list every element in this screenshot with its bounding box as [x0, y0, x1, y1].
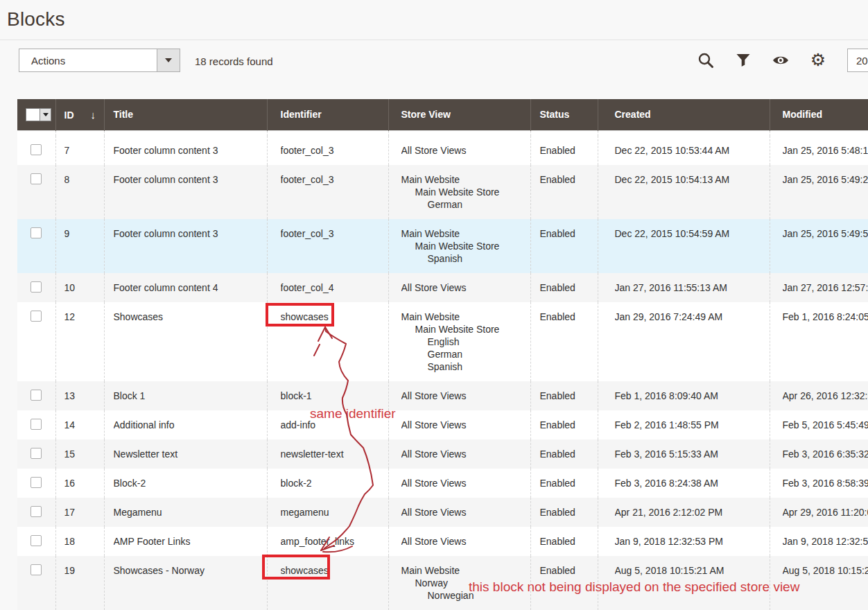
- cell-id: 13: [55, 381, 104, 410]
- cell-title: Block 1: [104, 381, 267, 410]
- identifier-value: block-2: [281, 477, 388, 489]
- table-row[interactable]: 7Footer column content 3footer_col_3All …: [17, 136, 868, 165]
- row-checkbox[interactable]: [31, 227, 42, 238]
- title-value: Showcases: [114, 311, 267, 323]
- table-row[interactable]: 17MegamenumegamenuAll Store ViewsEnabled…: [17, 498, 868, 527]
- cell-select: [17, 556, 55, 610]
- cell-identifier: footer_col_3: [267, 165, 388, 219]
- column-header-label: Created: [615, 109, 651, 120]
- cell-store-view: Main WebsiteMain Website StoreGerman: [388, 165, 530, 219]
- cell-identifier: footer_col_3: [267, 136, 388, 165]
- cell-status: Enabled: [530, 527, 598, 556]
- id-value: 17: [64, 506, 104, 518]
- modified-value: Apr 26, 2016 12:32:57 PM: [783, 390, 868, 402]
- title-value: Megamenu: [114, 506, 267, 518]
- store-view-line: All Store Views: [401, 506, 530, 518]
- row-checkbox[interactable]: [31, 281, 42, 293]
- cell-modified: Feb 1, 2016 8:24:05 AM: [770, 302, 868, 381]
- filter-icon[interactable]: [735, 51, 752, 69]
- eye-icon[interactable]: [772, 51, 789, 69]
- modified-value: Feb 3, 2016 6:35:32 AM: [783, 448, 868, 460]
- row-checkbox[interactable]: [31, 477, 42, 488]
- column-header-label: ID: [64, 110, 74, 121]
- cell-modified: Apr 29, 2016 11:20:02 PM: [770, 498, 868, 527]
- modified-value: Feb 3, 2016 8:58:39 AM: [783, 477, 868, 489]
- modified-value: Feb 1, 2016 8:24:05 AM: [783, 311, 868, 323]
- table-row[interactable]: 15Newsletter textnewsletter-textAll Stor…: [17, 439, 868, 469]
- created-value: Feb 2, 2016 1:48:55 PM: [615, 419, 770, 431]
- status-value: Enabled: [540, 448, 598, 460]
- modified-value: Jan 25, 2016 5:49:20 AM: [783, 173, 868, 186]
- cell-title: Footer column content 3: [104, 219, 267, 273]
- cell-modified: Jan 25, 2016 5:49:20 AM: [770, 165, 868, 219]
- cell-title: Footer column content 3: [104, 165, 267, 219]
- table-row[interactable]: 18AMP Footer Linksamp_footer_linksAll St…: [17, 527, 868, 556]
- per-page-input[interactable]: 20: [847, 49, 868, 72]
- store-view-line: Main Website: [401, 227, 530, 240]
- status-value: Enabled: [540, 173, 598, 186]
- column-header-created[interactable]: Created: [598, 99, 770, 130]
- column-header-id[interactable]: ID↓: [55, 99, 104, 130]
- modified-value: Aug 5, 2018 10:15:21 AM: [783, 564, 868, 577]
- row-checkbox[interactable]: [31, 419, 42, 430]
- title-value: Showcases - Norway: [114, 564, 267, 577]
- table-row[interactable]: 12ShowcasesshowcasesMain WebsiteMain Web…: [17, 302, 868, 381]
- column-header-identifier[interactable]: Identifier: [267, 99, 388, 130]
- row-checkbox[interactable]: [31, 448, 42, 459]
- column-header-status[interactable]: Status: [530, 99, 598, 130]
- cell-created: Dec 22, 2015 10:54:13 AM: [598, 165, 770, 219]
- select-all-dropdown[interactable]: [26, 108, 51, 121]
- table-row[interactable]: 8Footer column content 3footer_col_3Main…: [17, 165, 868, 219]
- cell-id: 9: [55, 219, 104, 273]
- table-row[interactable]: 9Footer column content 3footer_col_3Main…: [17, 219, 868, 273]
- sort-desc-icon[interactable]: ↓: [91, 109, 96, 121]
- chevron-down-icon[interactable]: [157, 49, 180, 71]
- row-checkbox[interactable]: [31, 144, 42, 155]
- select-all-checkbox[interactable]: [26, 109, 40, 121]
- gear-icon[interactable]: ⚙: [810, 51, 826, 69]
- identifier-value: footer_col_3: [281, 173, 388, 186]
- status-value: Enabled: [540, 281, 598, 294]
- cell-id: 12: [55, 302, 104, 381]
- id-value: 12: [64, 311, 104, 323]
- table-row[interactable]: 16Block-2block-2All Store ViewsEnabledFe…: [17, 469, 868, 498]
- per-page-value: 20: [856, 55, 868, 67]
- cell-title: Showcases: [104, 302, 267, 381]
- blocks-grid: ID↓TitleIdentifierStore ViewStatusCreate…: [17, 99, 868, 610]
- status-value: Enabled: [540, 227, 598, 240]
- column-header-title[interactable]: Title: [104, 99, 267, 130]
- row-checkbox[interactable]: [31, 311, 42, 322]
- cell-modified: Jan 9, 2018 12:32:53 PM: [770, 527, 868, 556]
- row-checkbox[interactable]: [31, 390, 42, 401]
- created-value: Feb 1, 2016 8:09:40 AM: [615, 390, 770, 402]
- cell-select: [17, 219, 55, 273]
- column-header-modified[interactable]: Modified: [770, 99, 868, 130]
- chevron-down-icon[interactable]: [40, 109, 51, 121]
- row-checkbox[interactable]: [31, 564, 42, 575]
- column-header-label: Status: [540, 109, 570, 120]
- table-row[interactable]: 13Block 1block-1All Store ViewsEnabledFe…: [17, 381, 868, 410]
- cell-title: Footer column content 4: [104, 273, 267, 302]
- modified-value: Jan 25, 2016 5:48:16 AM: [783, 144, 868, 157]
- column-header-store-view[interactable]: Store View: [388, 99, 530, 130]
- row-checkbox[interactable]: [31, 535, 42, 546]
- table-row[interactable]: 10Footer column content 4footer_col_4All…: [17, 273, 868, 302]
- store-view-line: All Store Views: [401, 448, 530, 460]
- cell-identifier: block-1: [267, 381, 388, 410]
- cell-status: Enabled: [530, 556, 598, 610]
- cell-status: Enabled: [530, 381, 598, 410]
- table-row[interactable]: 19Showcases - NorwayshowcasesMain Websit…: [17, 556, 868, 610]
- row-checkbox[interactable]: [31, 506, 42, 517]
- search-icon[interactable]: [697, 51, 714, 69]
- identifier-value: block-1: [281, 390, 388, 402]
- store-view-line: Norway: [401, 577, 530, 589]
- cell-title: Block-2: [104, 469, 267, 498]
- modified-value: Jan 9, 2018 12:32:53 PM: [783, 535, 868, 548]
- table-row[interactable]: 14Additional infoadd-infoAll Store Views…: [17, 410, 868, 439]
- actions-dropdown[interactable]: Actions: [19, 49, 180, 72]
- row-checkbox[interactable]: [31, 173, 42, 184]
- cell-created: Feb 1, 2016 8:09:40 AM: [598, 381, 770, 410]
- cell-created: Aug 5, 2018 10:15:21 AM: [598, 556, 770, 610]
- cell-status: Enabled: [530, 219, 598, 273]
- cell-title: Showcases - Norway: [104, 556, 267, 610]
